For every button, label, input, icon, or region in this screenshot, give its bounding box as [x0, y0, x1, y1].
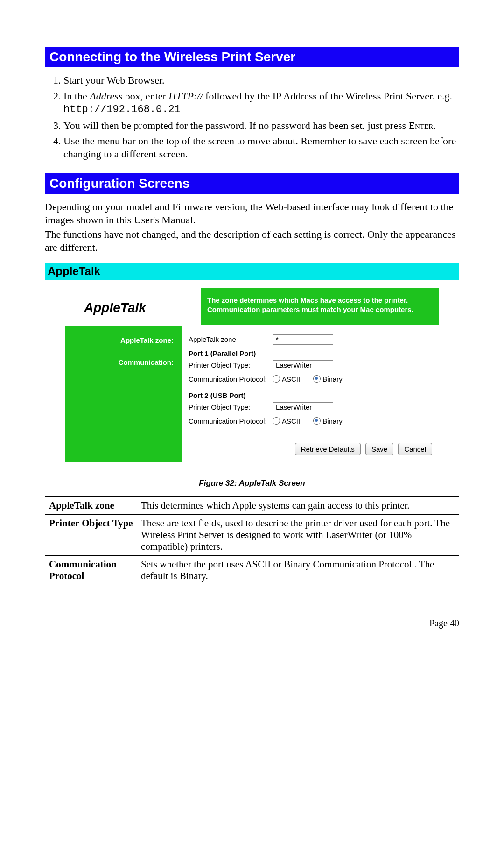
- step2-text-e: followed by the IP Address of the Wirele…: [203, 90, 452, 102]
- table-row: AppleTalk zone This determines which App…: [45, 496, 459, 514]
- cell-obj-val: These are text fields, used to describe …: [137, 514, 459, 555]
- banner-line1: The zone determines which Macs have acce…: [207, 296, 408, 304]
- heading-connecting: Connecting to the Wireless Print Server: [45, 47, 459, 67]
- cell-zone-val: This determines which Apple systems can …: [137, 496, 459, 514]
- zone-input[interactable]: [273, 334, 333, 345]
- table-row: Communication Protocol Sets whether the …: [45, 555, 459, 585]
- port1-obj-input[interactable]: [273, 360, 333, 370]
- step2-code: http://192.168.0.21: [63, 104, 181, 115]
- retrieve-defaults-button[interactable]: Retrieve Defaults: [295, 443, 361, 455]
- step-1: Start your Web Browser.: [63, 74, 459, 87]
- port1-obj-label: Printer Object Type:: [189, 361, 273, 369]
- port2-ascii-label: ASCII: [282, 417, 300, 425]
- cell-comm-key: Communication Protocol: [45, 555, 137, 585]
- sshot-banner: The zone determines which Macs have acce…: [201, 288, 439, 325]
- cancel-button[interactable]: Cancel: [398, 443, 432, 455]
- port1-comm-label: Communication Protocol:: [189, 375, 273, 383]
- port2-ascii-radio[interactable]: ASCII: [273, 417, 300, 425]
- figure-caption: Figure 32: AppleTalk Screen: [45, 479, 459, 488]
- cell-obj-key: Printer Object Type: [45, 514, 137, 555]
- sshot-title: AppleTalk: [65, 288, 201, 325]
- heading-config: Configuration Screens: [45, 173, 459, 194]
- step2-address: Address: [90, 90, 122, 102]
- subhead-appletalk: AppleTalk: [45, 263, 459, 280]
- page-content: Connecting to the Wireless Print Server …: [0, 0, 504, 657]
- port2-title: Port 2 (USB Port): [189, 391, 432, 402]
- step3-text-c: .: [433, 120, 436, 131]
- cell-comm-val: Sets whether the port uses ASCII or Bina…: [137, 555, 459, 585]
- save-button[interactable]: Save: [365, 443, 393, 455]
- step2-text-a: In the: [63, 90, 90, 102]
- step2-http: HTTP://: [168, 90, 203, 102]
- step-2: In the Address box, enter HTTP:// follow…: [63, 90, 459, 116]
- config-p2: The functions have not changed, and the …: [45, 228, 459, 254]
- port2-obj-input[interactable]: [273, 402, 333, 412]
- config-intro: Depending on your model and Firmware ver…: [45, 200, 459, 254]
- steps-list: Start your Web Browser. In the Address b…: [45, 74, 459, 160]
- side-label-comm: Communication:: [65, 358, 174, 380]
- port1-binary-radio[interactable]: Binary: [313, 375, 343, 383]
- sshot-sidebar: AppleTalk zone: Communication:: [65, 326, 182, 462]
- step-4: Use the menu bar on the top of the scree…: [63, 135, 459, 160]
- description-table: AppleTalk zone This determines which App…: [45, 496, 459, 585]
- step3-enter: Enter: [409, 120, 434, 131]
- port1-ascii-radio[interactable]: ASCII: [273, 375, 300, 383]
- port2-binary-label: Binary: [322, 417, 343, 425]
- config-p1: Depending on your model and Firmware ver…: [45, 200, 459, 226]
- side-label-zone: AppleTalk zone:: [65, 336, 174, 358]
- banner-line2: Communication parameters must match your…: [207, 305, 413, 313]
- port2-comm-label: Communication Protocol:: [189, 417, 273, 425]
- step3-text-a: You will then be prompted for the passwo…: [63, 120, 409, 131]
- port1-binary-label: Binary: [322, 375, 343, 383]
- sshot-form: AppleTalk zone Port 1 (Parallel Port) Pr…: [182, 326, 439, 462]
- step-3: You will then be prompted for the passwo…: [63, 119, 459, 132]
- zone-label: AppleTalk zone: [189, 335, 273, 343]
- port2-obj-label: Printer Object Type:: [189, 403, 273, 411]
- table-row: Printer Object Type These are text field…: [45, 514, 459, 555]
- port1-ascii-label: ASCII: [282, 375, 300, 383]
- port1-title: Port 1 (Parallel Port): [189, 349, 432, 360]
- cell-zone-key: AppleTalk zone: [45, 496, 137, 514]
- port2-binary-radio[interactable]: Binary: [313, 417, 343, 425]
- step2-text-c: box, enter: [122, 90, 168, 102]
- appletalk-screenshot: AppleTalk The zone determines which Macs…: [65, 288, 439, 462]
- page-number: Page 40: [45, 618, 459, 629]
